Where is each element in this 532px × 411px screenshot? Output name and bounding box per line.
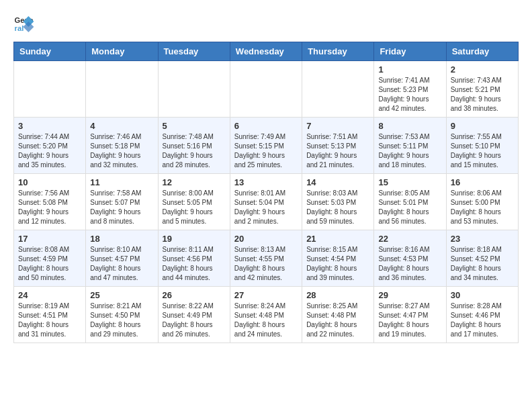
column-header-sunday: Sunday <box>14 42 86 61</box>
logo-icon: Gene ral <box>13 13 35 35</box>
day-cell: 5Sunrise: 7:48 AM Sunset: 5:16 PM Daylig… <box>158 118 230 174</box>
day-cell: 3Sunrise: 7:44 AM Sunset: 5:20 PM Daylig… <box>14 118 86 174</box>
day-number: 14 <box>306 177 369 187</box>
day-info: Sunrise: 8:15 AM Sunset: 4:54 PM Dayligh… <box>306 245 369 283</box>
day-cell: 2Sunrise: 7:43 AM Sunset: 5:21 PM Daylig… <box>446 61 518 118</box>
day-number: 28 <box>306 290 369 300</box>
day-number: 11 <box>90 177 153 187</box>
day-cell: 15Sunrise: 8:05 AM Sunset: 5:01 PM Dayli… <box>374 174 446 230</box>
day-number: 29 <box>378 290 441 300</box>
day-number: 8 <box>378 121 441 131</box>
column-header-saturday: Saturday <box>446 42 518 61</box>
week-row-2: 3Sunrise: 7:44 AM Sunset: 5:20 PM Daylig… <box>14 118 519 174</box>
day-info: Sunrise: 7:48 AM Sunset: 5:16 PM Dayligh… <box>163 132 226 170</box>
column-header-wednesday: Wednesday <box>230 42 302 61</box>
day-info: Sunrise: 8:19 AM Sunset: 4:51 PM Dayligh… <box>18 302 81 339</box>
day-info: Sunrise: 8:21 AM Sunset: 4:50 PM Dayligh… <box>90 302 153 339</box>
day-number: 24 <box>18 290 81 300</box>
day-number: 19 <box>163 234 226 244</box>
day-cell: 1Sunrise: 7:41 AM Sunset: 5:23 PM Daylig… <box>374 61 446 118</box>
day-number: 2 <box>451 64 514 75</box>
day-cell: 13Sunrise: 8:01 AM Sunset: 5:04 PM Dayli… <box>230 174 302 230</box>
day-cell: 4Sunrise: 7:46 AM Sunset: 5:18 PM Daylig… <box>86 118 158 174</box>
day-cell: 18Sunrise: 8:10 AM Sunset: 4:57 PM Dayli… <box>86 230 158 287</box>
day-cell: 12Sunrise: 8:00 AM Sunset: 5:05 PM Dayli… <box>158 174 230 230</box>
day-info: Sunrise: 8:24 AM Sunset: 4:48 PM Dayligh… <box>234 302 298 339</box>
day-info: Sunrise: 8:03 AM Sunset: 5:03 PM Dayligh… <box>306 189 369 226</box>
day-number: 23 <box>451 234 514 244</box>
day-number: 12 <box>163 177 226 187</box>
logo: Gene ral <box>13 13 38 35</box>
svg-text:ral: ral <box>15 24 24 32</box>
day-cell: 7Sunrise: 7:51 AM Sunset: 5:13 PM Daylig… <box>302 118 374 174</box>
day-cell <box>230 61 302 118</box>
day-info: Sunrise: 8:28 AM Sunset: 4:46 PM Dayligh… <box>451 302 514 339</box>
day-number: 20 <box>234 234 298 244</box>
day-info: Sunrise: 7:49 AM Sunset: 5:15 PM Dayligh… <box>234 132 298 170</box>
day-info: Sunrise: 8:08 AM Sunset: 4:59 PM Dayligh… <box>18 245 81 283</box>
day-cell <box>302 61 374 118</box>
day-info: Sunrise: 8:05 AM Sunset: 5:01 PM Dayligh… <box>378 189 441 226</box>
day-number: 22 <box>378 234 441 244</box>
day-info: Sunrise: 8:13 AM Sunset: 4:55 PM Dayligh… <box>234 245 298 283</box>
day-info: Sunrise: 7:44 AM Sunset: 5:20 PM Dayligh… <box>18 132 81 170</box>
week-row-4: 17Sunrise: 8:08 AM Sunset: 4:59 PM Dayli… <box>14 230 519 287</box>
day-cell: 21Sunrise: 8:15 AM Sunset: 4:54 PM Dayli… <box>302 230 374 287</box>
day-cell: 9Sunrise: 7:55 AM Sunset: 5:10 PM Daylig… <box>446 118 518 174</box>
day-info: Sunrise: 7:56 AM Sunset: 5:08 PM Dayligh… <box>18 189 81 226</box>
day-info: Sunrise: 7:46 AM Sunset: 5:18 PM Dayligh… <box>90 132 153 170</box>
day-info: Sunrise: 7:55 AM Sunset: 5:10 PM Dayligh… <box>451 132 514 170</box>
day-info: Sunrise: 8:10 AM Sunset: 4:57 PM Dayligh… <box>90 245 153 283</box>
day-cell <box>14 61 86 118</box>
day-number: 10 <box>18 177 81 187</box>
day-info: Sunrise: 8:25 AM Sunset: 4:48 PM Dayligh… <box>306 302 369 339</box>
day-cell: 22Sunrise: 8:16 AM Sunset: 4:53 PM Dayli… <box>374 230 446 287</box>
day-number: 13 <box>234 177 298 187</box>
day-number: 30 <box>451 290 514 300</box>
day-info: Sunrise: 7:58 AM Sunset: 5:07 PM Dayligh… <box>90 189 153 226</box>
day-cell: 28Sunrise: 8:25 AM Sunset: 4:48 PM Dayli… <box>302 287 374 343</box>
header: Gene ral <box>13 13 519 35</box>
day-number: 26 <box>163 290 226 300</box>
day-number: 25 <box>90 290 153 300</box>
column-header-monday: Monday <box>86 42 158 61</box>
day-info: Sunrise: 7:41 AM Sunset: 5:23 PM Dayligh… <box>378 76 441 113</box>
day-number: 15 <box>378 177 441 187</box>
day-number: 18 <box>90 234 153 244</box>
week-row-3: 10Sunrise: 7:56 AM Sunset: 5:08 PM Dayli… <box>14 174 519 230</box>
day-cell: 16Sunrise: 8:06 AM Sunset: 5:00 PM Dayli… <box>446 174 518 230</box>
day-cell: 23Sunrise: 8:18 AM Sunset: 4:52 PM Dayli… <box>446 230 518 287</box>
day-info: Sunrise: 7:51 AM Sunset: 5:13 PM Dayligh… <box>306 132 369 170</box>
column-header-thursday: Thursday <box>302 42 374 61</box>
day-number: 27 <box>234 290 298 300</box>
calendar-header-row: SundayMondayTuesdayWednesdayThursdayFrid… <box>14 42 519 61</box>
day-info: Sunrise: 7:43 AM Sunset: 5:21 PM Dayligh… <box>451 76 514 113</box>
day-info: Sunrise: 7:53 AM Sunset: 5:11 PM Dayligh… <box>378 132 441 170</box>
day-number: 17 <box>18 234 81 244</box>
week-row-1: 1Sunrise: 7:41 AM Sunset: 5:23 PM Daylig… <box>14 61 519 118</box>
day-cell: 17Sunrise: 8:08 AM Sunset: 4:59 PM Dayli… <box>14 230 86 287</box>
day-info: Sunrise: 8:00 AM Sunset: 5:05 PM Dayligh… <box>163 189 226 226</box>
day-cell: 10Sunrise: 7:56 AM Sunset: 5:08 PM Dayli… <box>14 174 86 230</box>
day-number: 9 <box>451 121 514 131</box>
day-info: Sunrise: 8:16 AM Sunset: 4:53 PM Dayligh… <box>378 245 441 283</box>
day-info: Sunrise: 8:18 AM Sunset: 4:52 PM Dayligh… <box>451 245 514 283</box>
day-cell: 30Sunrise: 8:28 AM Sunset: 4:46 PM Dayli… <box>446 287 518 343</box>
column-header-friday: Friday <box>374 42 446 61</box>
day-cell: 19Sunrise: 8:11 AM Sunset: 4:56 PM Dayli… <box>158 230 230 287</box>
day-info: Sunrise: 8:01 AM Sunset: 5:04 PM Dayligh… <box>234 189 298 226</box>
day-number: 6 <box>234 121 298 131</box>
day-info: Sunrise: 8:11 AM Sunset: 4:56 PM Dayligh… <box>163 245 226 283</box>
day-cell: 26Sunrise: 8:22 AM Sunset: 4:49 PM Dayli… <box>158 287 230 343</box>
day-cell: 8Sunrise: 7:53 AM Sunset: 5:11 PM Daylig… <box>374 118 446 174</box>
day-info: Sunrise: 8:06 AM Sunset: 5:00 PM Dayligh… <box>451 189 514 226</box>
day-number: 21 <box>306 234 369 244</box>
day-cell <box>86 61 158 118</box>
day-cell: 25Sunrise: 8:21 AM Sunset: 4:50 PM Dayli… <box>86 287 158 343</box>
week-row-5: 24Sunrise: 8:19 AM Sunset: 4:51 PM Dayli… <box>14 287 519 343</box>
day-number: 4 <box>90 121 153 131</box>
day-cell: 24Sunrise: 8:19 AM Sunset: 4:51 PM Dayli… <box>14 287 86 343</box>
day-number: 1 <box>378 64 441 75</box>
day-cell: 14Sunrise: 8:03 AM Sunset: 5:03 PM Dayli… <box>302 174 374 230</box>
calendar: SundayMondayTuesdayWednesdayThursdayFrid… <box>13 42 519 343</box>
